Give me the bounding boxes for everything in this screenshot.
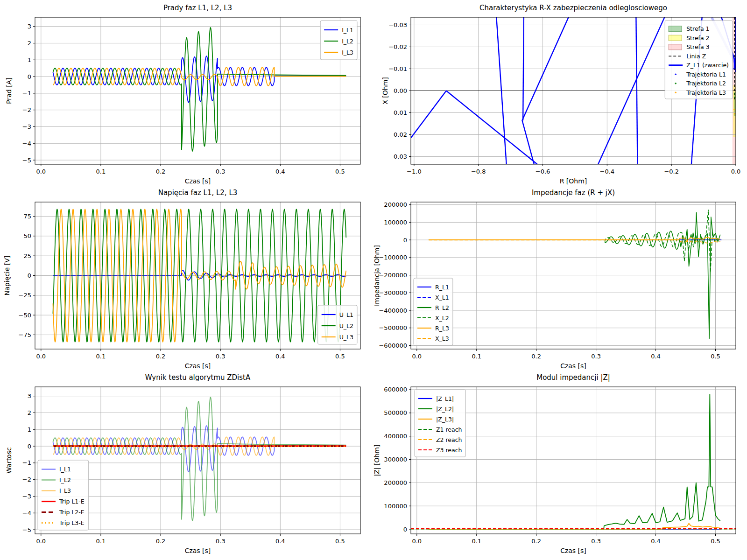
y-tick-label: 3 xyxy=(28,392,31,399)
legend-label: Trip L1-E xyxy=(59,498,85,505)
x-axis-label: Czas [s] xyxy=(185,547,211,554)
trajektoria-l1-dot xyxy=(734,63,735,64)
legend-swatch-strefa-2 xyxy=(669,35,682,41)
y-tick-label: 0 xyxy=(403,237,407,244)
y-tick-label: −4 xyxy=(22,510,31,517)
legend-marker-trajektoria-l3 xyxy=(675,91,677,93)
y-tick-label: −300000 xyxy=(379,289,407,296)
legend-label: Trip L2-E xyxy=(59,509,85,516)
legend: U_L1U_L2U_L3 xyxy=(318,305,357,344)
y-tick-label: 0 xyxy=(28,73,31,80)
legend-label: Strefa 3 xyxy=(686,43,709,50)
y-tick-label: 0.03 xyxy=(394,153,407,160)
y-tick-label: −500000 xyxy=(379,324,407,331)
legend: Strefa 1Strefa 2Strefa 3Linia ZZ_L1 (zwa… xyxy=(665,21,733,99)
grid xyxy=(411,202,736,349)
x-tick-label: 0.5 xyxy=(335,168,345,175)
x-tick-label: 0.2 xyxy=(531,538,541,545)
x-tick-label: 0.4 xyxy=(275,538,285,545)
panel-title: Wynik testu algorytmu ZDistA xyxy=(145,373,251,382)
trajektoria-l2-dot xyxy=(734,93,735,95)
legend: I_L1I_L2I_L3Trip L1-ETrip L2-ETrip L3-E xyxy=(38,460,89,530)
panel-title: Charakterystyka R-X zabezpieczenia odleg… xyxy=(479,4,667,12)
legend-label: Strefa 1 xyxy=(686,25,709,32)
y-tick-label: −400000 xyxy=(379,307,407,314)
y-tick-label: 100000 xyxy=(384,219,407,226)
legend-label: I_L2 xyxy=(59,476,71,483)
trajektoria-l1-dot xyxy=(733,68,734,70)
y-tick-label: −1 xyxy=(22,459,31,466)
y-tick-label: 75 xyxy=(23,213,31,220)
x-tick-label: 0.2 xyxy=(156,538,166,545)
x-tick-label: 0.1 xyxy=(472,353,481,360)
x-tick-label: 0.4 xyxy=(275,353,285,360)
y-tick-label: 0.00 xyxy=(394,87,407,94)
x-tick-label: 0.2 xyxy=(156,168,166,175)
y-tick-label: −50 xyxy=(19,312,31,319)
y-tick-label: 2 xyxy=(28,409,31,416)
y-tick-label: −5 xyxy=(22,526,31,533)
panel-title: Prady faz L1, L2, L3 xyxy=(163,4,232,12)
legend-label: X_L2 xyxy=(435,315,449,322)
x-tick-label: 0.2 xyxy=(531,353,541,360)
y-axis-label: Prad [A] xyxy=(5,77,13,104)
legend-label: X_L1 xyxy=(435,294,449,301)
chart-panel-prady: 0.00.10.20.30.40.5−5−4−3−2−10123Prady fa… xyxy=(0,0,374,185)
x-axis-label: Czas [s] xyxy=(560,362,586,370)
y-tick-label: 300000 xyxy=(384,456,407,463)
y-tick-label: 1 xyxy=(28,56,31,63)
legend-label: Linia Z xyxy=(686,53,706,60)
legend-label: Trajektoria L1 xyxy=(686,71,726,78)
series-r-l2 xyxy=(429,213,720,339)
y-tick-label: 0.02 xyxy=(394,131,407,138)
x-tick-label: 0.4 xyxy=(275,168,285,175)
series-x-l2 xyxy=(429,210,720,273)
trajectory-segment xyxy=(411,91,537,165)
x-tick-label: 0.0 xyxy=(412,538,422,545)
legend: I_L1I_L2I_L3 xyxy=(320,21,357,60)
chart-panel-zdist: 0.00.10.20.30.40.5−5−4−3−2−10123Wynik te… xyxy=(0,370,374,554)
legend-swatch-strefa-3 xyxy=(669,44,682,50)
x-tick-label: 0.4 xyxy=(651,538,661,545)
x-tick-label: 0.1 xyxy=(472,538,481,545)
y-tick-label: 200000 xyxy=(384,201,407,208)
x-tick-label: 0.0 xyxy=(731,168,741,175)
legend-label: Strefa 2 xyxy=(686,35,709,42)
x-tick-label: 0.5 xyxy=(335,538,345,545)
y-tick-label: −600000 xyxy=(379,342,407,349)
trajektoria-l3-dot xyxy=(734,113,735,115)
x-tick-label: 0.1 xyxy=(96,353,106,360)
y-tick-label: 500000 xyxy=(384,409,407,416)
y-tick-label: −1 xyxy=(22,90,31,97)
series-i-l2 xyxy=(53,397,346,521)
x-tick-label: −0.6 xyxy=(536,168,550,175)
x-axis-label: Czas [s] xyxy=(185,177,211,185)
legend-label: U_L3 xyxy=(339,334,353,341)
panel-title: Impedancje faz (R + jX) xyxy=(532,189,615,197)
y-tick-label: 100000 xyxy=(384,503,407,510)
x-tick-label: 0.5 xyxy=(711,538,720,545)
legend-label: Trajektoria L2 xyxy=(686,80,726,87)
series--z-l2- xyxy=(429,394,720,529)
legend-label: Z1 reach xyxy=(436,426,462,433)
legend-label: R_L3 xyxy=(435,325,449,332)
y-tick-label: −3 xyxy=(22,493,31,500)
legend-label: Trajektoria L3 xyxy=(686,89,726,96)
series-i-l1 xyxy=(53,426,346,472)
y-tick-label: 400000 xyxy=(384,433,407,440)
zone-strefa-1 xyxy=(734,92,736,116)
axes-frame xyxy=(411,202,736,349)
y-tick-label: 50 xyxy=(23,232,31,239)
legend-label: |Z_L3| xyxy=(436,416,454,423)
y-axis-label: |Z| [Ohm] xyxy=(374,445,381,476)
chart-panel-napiecia: 0.00.10.20.30.40.5−75−50−250255075Napięc… xyxy=(0,185,374,370)
y-tick-label: 600000 xyxy=(384,386,407,393)
y-tick-label: −0.03 xyxy=(388,21,407,28)
legend-label: R_L2 xyxy=(435,304,449,311)
chart-panel-rx: −1.0−0.8−0.6−0.4−0.20.0−0.03−0.02−0.010.… xyxy=(374,0,747,185)
x-tick-label: 0.3 xyxy=(591,538,601,545)
y-axis-label: X [Ohm] xyxy=(381,77,389,105)
y-tick-label: 0 xyxy=(28,272,31,279)
y-tick-label: 0 xyxy=(403,526,407,533)
legend-label: Trip L3-E xyxy=(59,519,85,526)
